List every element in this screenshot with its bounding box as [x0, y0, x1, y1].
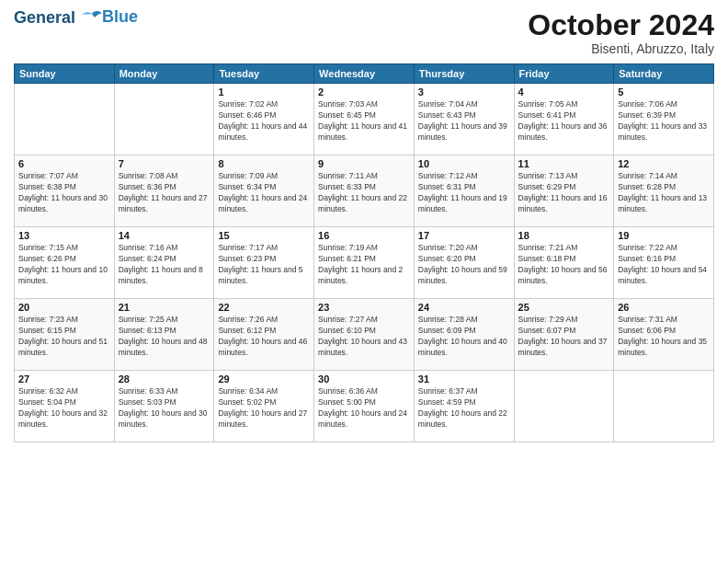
cell-detail: Sunrise: 7:09 AM Sunset: 6:34 PM Dayligh…	[218, 171, 310, 215]
calendar-cell	[614, 371, 714, 442]
cell-day-number: 21	[119, 302, 210, 313]
cell-detail: Sunrise: 7:13 AM Sunset: 6:29 PM Dayligh…	[518, 171, 610, 215]
cell-detail: Sunrise: 7:20 AM Sunset: 6:20 PM Dayligh…	[418, 243, 510, 287]
calendar-cell: 5Sunrise: 7:06 AM Sunset: 6:39 PM Daylig…	[614, 84, 714, 155]
calendar-cell	[514, 371, 614, 442]
header-row: Sunday Monday Tuesday Wednesday Thursday…	[15, 64, 714, 84]
cell-day-number: 4	[518, 86, 610, 98]
cell-detail: Sunrise: 7:23 AM Sunset: 6:15 PM Dayligh…	[18, 315, 110, 359]
calendar-cell: 19Sunrise: 7:22 AM Sunset: 6:16 PM Dayli…	[614, 227, 714, 299]
calendar-week-3: 20Sunrise: 7:23 AM Sunset: 6:15 PM Dayli…	[15, 299, 714, 371]
calendar-cell: 18Sunrise: 7:21 AM Sunset: 6:18 PM Dayli…	[514, 227, 614, 299]
cell-detail: Sunrise: 7:03 AM Sunset: 6:45 PM Dayligh…	[318, 99, 410, 144]
calendar-cell: 21Sunrise: 7:25 AM Sunset: 6:13 PM Dayli…	[114, 299, 214, 371]
cell-day-number: 12	[618, 158, 710, 169]
calendar-cell: 13Sunrise: 7:15 AM Sunset: 6:26 PM Dayli…	[15, 227, 115, 299]
calendar-cell: 30Sunrise: 6:36 AM Sunset: 5:00 PM Dayli…	[314, 371, 415, 442]
header-monday: Monday	[114, 64, 214, 84]
cell-day-number: 18	[518, 230, 610, 241]
cell-detail: Sunrise: 7:04 AM Sunset: 6:43 PM Dayligh…	[418, 99, 510, 144]
calendar-cell: 1Sunrise: 7:02 AM Sunset: 6:46 PM Daylig…	[214, 84, 314, 155]
header: General Blue October 2024 Bisenti, Abruz…	[14, 9, 714, 56]
title-block: October 2024 Bisenti, Abruzzo, Italy	[528, 9, 714, 56]
cell-detail: Sunrise: 6:34 AM Sunset: 5:02 PM Dayligh…	[218, 386, 310, 431]
cell-detail: Sunrise: 7:05 AM Sunset: 6:41 PM Dayligh…	[518, 99, 610, 144]
calendar-cell: 6Sunrise: 7:07 AM Sunset: 6:38 PM Daylig…	[15, 155, 115, 227]
calendar-cell: 8Sunrise: 7:09 AM Sunset: 6:34 PM Daylig…	[214, 155, 314, 227]
cell-day-number: 15	[218, 230, 310, 241]
calendar-cell: 24Sunrise: 7:28 AM Sunset: 6:09 PM Dayli…	[414, 299, 514, 371]
cell-day-number: 31	[418, 373, 510, 385]
cell-day-number: 14	[119, 230, 210, 241]
cell-day-number: 23	[318, 302, 410, 313]
cell-detail: Sunrise: 7:31 AM Sunset: 6:06 PM Dayligh…	[618, 315, 710, 359]
calendar-cell: 20Sunrise: 7:23 AM Sunset: 6:15 PM Dayli…	[15, 299, 115, 371]
header-sunday: Sunday	[15, 64, 115, 84]
calendar-cell: 28Sunrise: 6:33 AM Sunset: 5:03 PM Dayli…	[114, 371, 214, 442]
header-wednesday: Wednesday	[314, 64, 415, 84]
cell-detail: Sunrise: 7:25 AM Sunset: 6:13 PM Dayligh…	[119, 315, 210, 359]
cell-detail: Sunrise: 7:11 AM Sunset: 6:33 PM Dayligh…	[318, 171, 410, 215]
cell-day-number: 30	[318, 373, 410, 385]
calendar-cell: 27Sunrise: 6:32 AM Sunset: 5:04 PM Dayli…	[15, 371, 115, 442]
calendar-cell: 15Sunrise: 7:17 AM Sunset: 6:23 PM Dayli…	[214, 227, 314, 299]
cell-day-number: 16	[318, 230, 410, 241]
calendar-cell: 16Sunrise: 7:19 AM Sunset: 6:21 PM Dayli…	[314, 227, 415, 299]
calendar-cell: 10Sunrise: 7:12 AM Sunset: 6:31 PM Dayli…	[414, 155, 514, 227]
header-friday: Friday	[514, 64, 614, 84]
calendar-cell: 26Sunrise: 7:31 AM Sunset: 6:06 PM Dayli…	[614, 299, 714, 371]
calendar-week-2: 13Sunrise: 7:15 AM Sunset: 6:26 PM Dayli…	[15, 227, 714, 299]
cell-day-number: 1	[218, 86, 310, 98]
logo-blue: Blue	[102, 7, 138, 27]
calendar-cell: 3Sunrise: 7:04 AM Sunset: 6:43 PM Daylig…	[414, 84, 514, 155]
cell-day-number: 25	[518, 302, 610, 313]
calendar-body: 1Sunrise: 7:02 AM Sunset: 6:46 PM Daylig…	[15, 84, 714, 442]
page: General Blue October 2024 Bisenti, Abruz…	[0, 0, 728, 563]
cell-detail: Sunrise: 7:12 AM Sunset: 6:31 PM Dayligh…	[418, 171, 510, 215]
cell-detail: Sunrise: 6:33 AM Sunset: 5:03 PM Dayligh…	[119, 386, 210, 431]
calendar-week-4: 27Sunrise: 6:32 AM Sunset: 5:04 PM Dayli…	[15, 371, 714, 442]
calendar-cell: 23Sunrise: 7:27 AM Sunset: 6:10 PM Dayli…	[314, 299, 415, 371]
cell-day-number: 20	[18, 302, 110, 313]
calendar-cell: 12Sunrise: 7:14 AM Sunset: 6:28 PM Dayli…	[614, 155, 714, 227]
calendar-table: Sunday Monday Tuesday Wednesday Thursday…	[14, 63, 714, 442]
calendar-cell: 22Sunrise: 7:26 AM Sunset: 6:12 PM Dayli…	[214, 299, 314, 371]
calendar-cell	[15, 84, 115, 155]
logo-general: General	[14, 9, 102, 28]
header-saturday: Saturday	[614, 64, 714, 84]
cell-detail: Sunrise: 7:22 AM Sunset: 6:16 PM Dayligh…	[618, 243, 710, 287]
cell-detail: Sunrise: 7:28 AM Sunset: 6:09 PM Dayligh…	[418, 315, 510, 359]
logo: General Blue	[14, 9, 138, 28]
cell-detail: Sunrise: 6:32 AM Sunset: 5:04 PM Dayligh…	[18, 386, 110, 431]
cell-detail: Sunrise: 7:07 AM Sunset: 6:38 PM Dayligh…	[18, 171, 110, 215]
header-tuesday: Tuesday	[214, 64, 314, 84]
cell-detail: Sunrise: 6:37 AM Sunset: 4:59 PM Dayligh…	[418, 386, 510, 431]
cell-day-number: 24	[418, 302, 510, 313]
cell-detail: Sunrise: 7:29 AM Sunset: 6:07 PM Dayligh…	[518, 315, 610, 359]
cell-detail: Sunrise: 7:19 AM Sunset: 6:21 PM Dayligh…	[318, 243, 410, 287]
cell-day-number: 8	[218, 158, 310, 169]
cell-detail: Sunrise: 7:14 AM Sunset: 6:28 PM Dayligh…	[618, 171, 710, 215]
calendar-cell: 17Sunrise: 7:20 AM Sunset: 6:20 PM Dayli…	[414, 227, 514, 299]
cell-day-number: 2	[318, 86, 410, 98]
calendar-cell	[114, 84, 214, 155]
calendar-week-0: 1Sunrise: 7:02 AM Sunset: 6:46 PM Daylig…	[15, 84, 714, 155]
cell-day-number: 28	[119, 373, 210, 385]
calendar-cell: 25Sunrise: 7:29 AM Sunset: 6:07 PM Dayli…	[514, 299, 614, 371]
cell-day-number: 29	[218, 373, 310, 385]
cell-detail: Sunrise: 6:36 AM Sunset: 5:00 PM Dayligh…	[318, 386, 410, 431]
cell-day-number: 9	[318, 158, 410, 169]
cell-detail: Sunrise: 7:27 AM Sunset: 6:10 PM Dayligh…	[318, 315, 410, 359]
cell-day-number: 27	[18, 373, 110, 385]
cell-day-number: 22	[218, 302, 310, 313]
calendar-cell: 9Sunrise: 7:11 AM Sunset: 6:33 PM Daylig…	[314, 155, 415, 227]
cell-detail: Sunrise: 7:02 AM Sunset: 6:46 PM Dayligh…	[218, 99, 310, 144]
cell-day-number: 19	[618, 230, 710, 241]
cell-day-number: 7	[119, 158, 210, 169]
calendar-cell: 7Sunrise: 7:08 AM Sunset: 6:36 PM Daylig…	[114, 155, 214, 227]
month-title: October 2024	[528, 9, 714, 41]
calendar-cell: 29Sunrise: 6:34 AM Sunset: 5:02 PM Dayli…	[214, 371, 314, 442]
cell-day-number: 6	[18, 158, 110, 169]
calendar-cell: 11Sunrise: 7:13 AM Sunset: 6:29 PM Dayli…	[514, 155, 614, 227]
calendar-week-1: 6Sunrise: 7:07 AM Sunset: 6:38 PM Daylig…	[15, 155, 714, 227]
